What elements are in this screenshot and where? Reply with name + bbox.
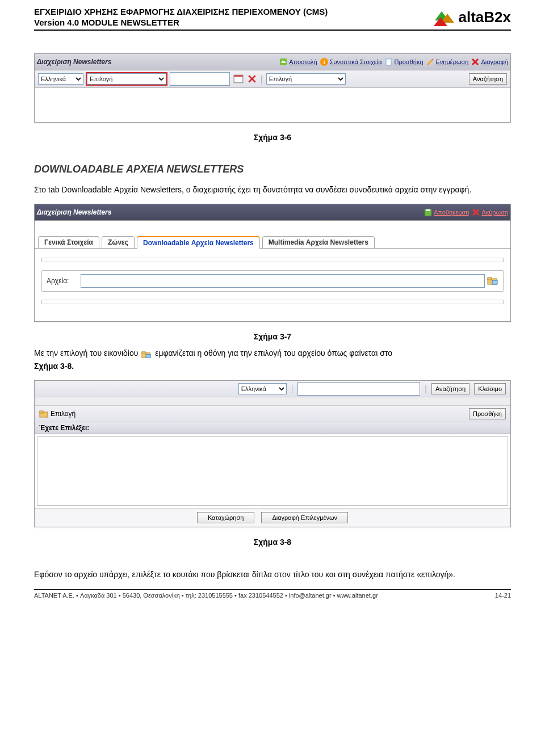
figure-3-6-titlebar: Διαχείριση Newsletters Αποστολή iΣυνοπτι… [35, 54, 510, 70]
final-paragraph: Εφόσον το αρχείο υπάρχει, επιλέξτε το κο… [34, 568, 511, 581]
mid-paragraph: Με την επιλογή του εικονιδίου εμφανίζετα… [34, 347, 511, 372]
svg-rect-12 [426, 209, 430, 211]
pencil-icon [426, 57, 435, 66]
document-add-icon [384, 57, 393, 66]
link-label: Συνοπτικά Στοιχεία [330, 58, 382, 65]
language-select-38[interactable]: Ελληνικά [238, 383, 287, 394]
selected-list-area [37, 436, 508, 506]
svg-rect-8 [387, 61, 390, 61]
text-part-b: εμφανίζεται η οθόνη για την επιλογή του … [155, 348, 392, 358]
folder-icon [39, 409, 48, 418]
search-button[interactable]: Αναζήτηση [469, 73, 507, 85]
text-part-a: Με την επιλογή του εικονιδίου [34, 348, 138, 358]
logo-icon [433, 6, 455, 28]
svg-rect-14 [488, 278, 492, 280]
browse-folder-icon[interactable] [487, 276, 498, 285]
choice-select-2[interactable]: Επιλογή [266, 73, 346, 85]
send-link[interactable]: Αποστολή [279, 57, 317, 66]
separator: | [261, 74, 263, 83]
results-area-empty [35, 88, 510, 122]
tab-label: Γενικά Στοιχεία [44, 238, 93, 246]
figure-3-7-caption: Σχήμα 3-7 [34, 332, 511, 341]
logo: altaB2x [433, 6, 512, 28]
tab-zones[interactable]: Ζώνες [102, 236, 135, 248]
date-field[interactable] [170, 72, 230, 86]
tab-multimedia[interactable]: Multimedia Αρχεία Newsletters [262, 236, 375, 248]
calendar-icon[interactable] [233, 74, 244, 84]
add-button-38[interactable]: Προσθήκη [469, 408, 506, 419]
svg-rect-7 [387, 60, 390, 60]
save-link[interactable]: Αποθήκευση [424, 208, 469, 217]
footer-left: ALTANET A.E. • Λαγκαδά 301 • 56430, Θεσσ… [34, 592, 378, 599]
form-area: Αρχεία: [35, 249, 510, 321]
delete-selected-button[interactable]: Διαγραφή Επιλεγμένων [261, 512, 348, 523]
send-icon [279, 57, 288, 66]
figure-3-6-caption: Σχήμα 3-6 [34, 133, 511, 142]
tab-general[interactable]: Γενικά Στοιχεία [38, 236, 99, 248]
header-text-block: ΕΓΧΕΙΡΙΔΙΟ ΧΡΗΣΗΣ ΕΦΑΡΜΟΓΗΣ ΔΙΑΧΕΙΡΙΣΗΣ … [34, 6, 433, 28]
button-label: Κλείσιμο [478, 385, 502, 392]
svg-rect-10 [234, 75, 243, 77]
figure-ref: Σχήμα 3-8. [34, 362, 74, 371]
search-button-38[interactable]: Αναζήτηση [431, 383, 469, 394]
link-label: Προσθήκη [395, 58, 424, 65]
button-label: Αναζήτηση [435, 385, 466, 392]
figure-3-8-submitbar: Καταχώρηση Διαγραφή Επιλεγμένων [35, 508, 510, 527]
submit-button[interactable]: Καταχώρηση [197, 512, 254, 523]
link-label: Διαγραφή [481, 58, 508, 65]
button-label: Προσθήκη [473, 410, 502, 417]
button-label: Καταχώρηση [208, 514, 244, 521]
files-label: Αρχεία: [47, 277, 81, 285]
tab-downloadable[interactable]: Downloadable Αρχεία Newsletters [137, 236, 260, 249]
tab-label: Multimedia Αρχεία Newsletters [269, 238, 368, 246]
cancel-icon [471, 208, 480, 217]
delete-link[interactable]: Διαγραφή [471, 57, 508, 66]
figure-3-8-caption: Σχήμα 3-8 [34, 537, 511, 547]
document-header: ΕΓΧΕΙΡΙΔΙΟ ΧΡΗΣΗΣ ΕΦΑΡΜΟΓΗΣ ΔΙΑΧΕΙΡΙΣΗΣ … [34, 6, 511, 31]
chosen-label: Έχετε Επιλέξει: [35, 422, 510, 434]
choose-label[interactable]: Επιλογή [51, 410, 76, 418]
spacer-bar [35, 397, 510, 406]
figure-3-8-choosebar: Επιλογή Προσθήκη [35, 406, 510, 422]
summary-link[interactable]: iΣυνοπτικά Στοιχεία [320, 57, 382, 66]
section-title: DOWNLOADABLE ΑΡΧΕΙΑ NEWSLETTERS [34, 163, 511, 175]
figure-3-8-panel: Ελληνικά | | Αναζήτηση Κλείσιμο Επιλογή … [34, 380, 511, 527]
figure-3-6-toolbar: Ελληνικά Επιλογή | Επιλογή Αναζήτηση [35, 70, 510, 88]
search-input-38[interactable] [297, 382, 420, 396]
svg-rect-18 [146, 355, 150, 358]
button-label: Διαγραφή Επιλεγμένων [272, 514, 337, 521]
logo-text: altaB2x [459, 9, 512, 26]
delete-icon [471, 57, 480, 66]
footer-page: 14-21 [495, 592, 511, 599]
files-input[interactable] [81, 274, 485, 288]
link-label: Ενημέρωση [436, 58, 469, 65]
tabs-row: Γενικά Στοιχεία Ζώνες Downloadable Αρχεί… [35, 236, 510, 249]
choice-select-highlighted[interactable]: Επιλογή [87, 73, 166, 85]
svg-text:i: i [323, 58, 325, 65]
language-select[interactable]: Ελληνικά [38, 73, 83, 85]
update-link[interactable]: Ενημέρωση [426, 57, 469, 66]
header-line1: ΕΓΧΕΙΡΙΔΙΟ ΧΡΗΣΗΣ ΕΦΑΡΜΟΓΗΣ ΔΙΑΧΕΙΡΙΣΗΣ … [34, 6, 433, 18]
clear-icon[interactable] [247, 74, 257, 84]
section-paragraph: Στο tab Downloadable Αρχεία Newsletters,… [34, 183, 511, 196]
browse-folder-icon-inline [141, 350, 152, 358]
button-label: Αναζήτηση [473, 75, 503, 82]
tab-label: Ζώνες [108, 238, 128, 246]
link-label: Ακύρωση [481, 209, 508, 216]
add-link[interactable]: Προσθήκη [384, 57, 424, 66]
separator: | [291, 384, 294, 393]
separator: | [425, 384, 427, 393]
files-field-row: Αρχεία: [41, 270, 504, 292]
figure-3-7-titlebar: Διαχείριση Newsletters Αποθήκευση Ακύρωσ… [35, 204, 510, 221]
svg-rect-6 [386, 58, 391, 65]
svg-rect-15 [492, 280, 497, 284]
header-line2: Version 4.0 MODULE NEWSLETTER [34, 17, 433, 28]
panel-title: Διαχείριση Newsletters [37, 208, 424, 216]
figure-3-6-panel: Διαχείριση Newsletters Αποστολή iΣυνοπτι… [34, 53, 511, 123]
tab-label: Downloadable Αρχεία Newsletters [143, 239, 254, 247]
figure-3-8-topbar: Ελληνικά | | Αναζήτηση Κλείσιμο [35, 381, 510, 397]
cancel-link[interactable]: Ακύρωση [471, 208, 508, 217]
svg-rect-20 [40, 411, 43, 413]
close-button[interactable]: Κλείσιμο [474, 383, 506, 394]
document-footer: ALTANET A.E. • Λαγκαδά 301 • 56430, Θεσσ… [34, 589, 511, 604]
